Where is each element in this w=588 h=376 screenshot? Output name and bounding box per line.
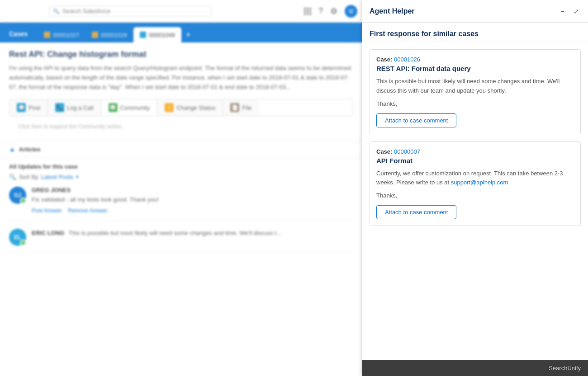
help-icon[interactable]: ? — [318, 6, 323, 16]
case-description: I'm using the API to query data from the… — [9, 64, 353, 92]
file-icon: 📄 — [230, 103, 239, 112]
sort-value[interactable]: Latest Posts — [41, 174, 74, 180]
grid-icon[interactable] — [304, 8, 311, 15]
eric-online-badge: ✓ — [20, 240, 26, 246]
search-box[interactable]: 🔍 — [49, 5, 212, 17]
settings-icon[interactable]: ⚙ — [330, 6, 337, 16]
attach-button-1[interactable]: Attach to case comment — [376, 113, 456, 127]
log-call-label: Log a Call — [67, 104, 94, 111]
case-card-2-thanks: Thanks, — [376, 192, 574, 199]
change-status-icon: ⚡ — [165, 103, 174, 112]
case-1-number[interactable]: 00001026 — [394, 56, 420, 63]
tab-icon-00001027 — [44, 32, 50, 38]
sort-bar: 🔍 Sort By Latest Posts ▾ — [9, 174, 353, 180]
case-content: Rest API: Change histogram format I'm us… — [0, 42, 362, 141]
minimize-button[interactable]: − — [559, 7, 566, 16]
agent-panel-subtitle: First response for similar cases — [362, 23, 588, 42]
case-card-1: Case: 00001026 REST API: Format data que… — [370, 49, 581, 134]
topbar-right: ? ⚙ U — [304, 5, 357, 18]
action-tab-log-call[interactable]: 📞 Log a Call — [48, 99, 101, 116]
tab-strip: Cases 00001027 00001029 00001049 + — [0, 23, 362, 42]
action-tab-community[interactable]: 💬 Community — [101, 99, 158, 116]
panel-header-icons: − ⤢ — [559, 7, 581, 16]
case-title: Rest API: Change histogram format — [9, 50, 353, 59]
post-answer-link[interactable]: Post Answer — [32, 207, 62, 214]
sort-label: Sort By — [19, 174, 38, 180]
tab-00001049[interactable]: 00001049 — [133, 27, 181, 42]
community-label: Community — [120, 104, 150, 111]
agent-panel: Agent Helper − ⤢ First response for simi… — [362, 0, 588, 376]
case-1-label: Case: — [376, 56, 392, 63]
case-card-2-header: Case: 00000007 — [376, 148, 574, 155]
case-card-1-header: Case: 00001026 — [376, 56, 574, 63]
search-icon: 🔍 — [53, 8, 60, 14]
log-call-icon: 📞 — [55, 103, 64, 112]
feed-title: All Updates for this case — [9, 163, 353, 170]
articles-label: Articles — [19, 146, 41, 153]
greg-online-badge: ✓ — [20, 197, 26, 204]
action-tab-file[interactable]: 📄 File — [223, 99, 259, 116]
file-label: File — [242, 104, 251, 111]
case-card-2-title: API Format — [376, 157, 574, 164]
case-card-2-body: Currently, we offer customization on req… — [376, 169, 574, 188]
agent-panel-header: Agent Helper − ⤢ — [362, 0, 588, 23]
feed-avatar-greg: GJ ✓ — [9, 187, 26, 204]
action-tab-post[interactable]: 💬 Post — [9, 99, 48, 116]
avatar[interactable]: U — [345, 5, 357, 18]
search-input[interactable] — [62, 8, 153, 14]
case-2-label: Case: — [376, 148, 392, 155]
agent-panel-body: Case: 00001026 REST API: Format data que… — [362, 42, 588, 376]
tab-00001027[interactable]: 00001027 — [38, 27, 85, 42]
community-expand-text: Click here to expand the Community actio… — [9, 120, 353, 133]
case-2-number[interactable]: 00000007 — [394, 148, 420, 155]
feed-links-greg: Post Answer Remove Answer — [32, 207, 353, 214]
feed-text-greg: Fix validated - all my tests look good. … — [32, 195, 353, 204]
sort-chevron-icon: ▾ — [76, 174, 79, 180]
support-email-link[interactable]: support@apihelp.com — [451, 179, 508, 186]
sort-search-icon: 🔍 — [9, 174, 16, 180]
case-card-1-title: REST API: Format data query — [376, 65, 574, 72]
feed-text-eric: This is possible but most likely will ne… — [69, 230, 281, 236]
case-card-1-body: This is possible but most likely will ne… — [376, 77, 574, 96]
feed-section: All Updates for this case 🔍 Sort By Late… — [0, 158, 362, 266]
tab-icon-00001049 — [140, 32, 146, 38]
feed-content-greg: GREG JONES Fix validated - all my tests … — [32, 187, 353, 214]
new-tab-button[interactable]: + — [181, 27, 195, 42]
articles-arrow-icon: ▲ — [9, 146, 15, 153]
case-card-2: Case: 00000007 API Format Currently, we … — [370, 141, 581, 226]
feed-content-eric: ERIC LONG This is possible but most like… — [32, 229, 353, 246]
post-label: Post — [28, 104, 40, 111]
feed-name-eric: ERIC LONG — [32, 230, 64, 236]
post-icon: 💬 — [17, 103, 26, 112]
agent-panel-title: Agent Helper — [370, 7, 415, 15]
cases-label: Cases — [0, 25, 37, 42]
case-card-1-thanks: Thanks, — [376, 100, 574, 107]
expand-button[interactable]: ⤢ — [572, 7, 581, 16]
feed-item-eric: EL ✓ ERIC LONG This is possible but most… — [9, 229, 353, 254]
searchunify-label: SearchUnify — [549, 365, 581, 371]
articles-bar: ▲ Articles — [0, 141, 362, 158]
remove-answer-link[interactable]: Remove Answer — [68, 207, 107, 214]
attach-button-2[interactable]: Attach to case comment — [376, 205, 456, 219]
feed-name-greg: GREG JONES — [32, 187, 353, 193]
searchunify-footer: SearchUnify — [362, 360, 588, 376]
action-tab-change-status[interactable]: ⚡ Change Status — [157, 99, 223, 116]
community-icon: 💬 — [109, 103, 118, 112]
topbar: 🔍 ? ⚙ U — [0, 0, 362, 23]
feed-avatar-eric: EL ✓ — [9, 229, 26, 246]
feed-item-greg: GJ ✓ GREG JONES Fix validated - all my t… — [9, 187, 353, 221]
tab-icon-00001029 — [92, 32, 98, 38]
tab-00001029[interactable]: 00001029 — [85, 27, 133, 42]
change-status-label: Change Status — [176, 104, 215, 111]
action-tabs: 💬 Post 📞 Log a Call 💬 Community ⚡ Change… — [9, 99, 353, 116]
